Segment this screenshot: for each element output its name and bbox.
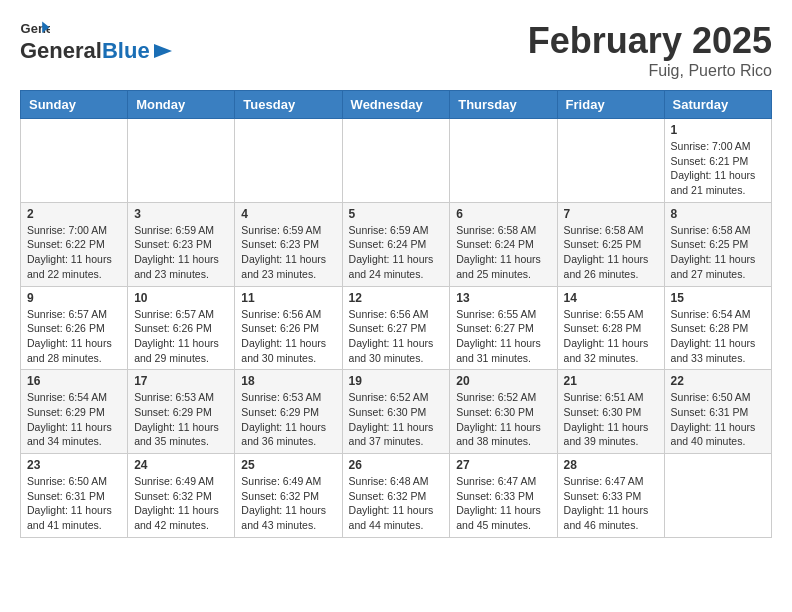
day-number: 25 — [241, 458, 335, 472]
calendar-day-cell: 5Sunrise: 6:59 AM Sunset: 6:24 PM Daylig… — [342, 202, 450, 286]
calendar-day-cell: 27Sunrise: 6:47 AM Sunset: 6:33 PM Dayli… — [450, 454, 557, 538]
day-number: 8 — [671, 207, 765, 221]
calendar-week-row: 16Sunrise: 6:54 AM Sunset: 6:29 PM Dayli… — [21, 370, 772, 454]
day-info: Sunrise: 6:55 AM Sunset: 6:27 PM Dayligh… — [456, 307, 550, 366]
day-number: 17 — [134, 374, 228, 388]
calendar-week-row: 1Sunrise: 7:00 AM Sunset: 6:21 PM Daylig… — [21, 119, 772, 203]
day-info: Sunrise: 6:47 AM Sunset: 6:33 PM Dayligh… — [456, 474, 550, 533]
day-info: Sunrise: 6:48 AM Sunset: 6:32 PM Dayligh… — [349, 474, 444, 533]
calendar-subtitle: Fuig, Puerto Rico — [528, 62, 772, 80]
day-info: Sunrise: 6:50 AM Sunset: 6:31 PM Dayligh… — [27, 474, 121, 533]
day-number: 20 — [456, 374, 550, 388]
calendar-day-cell: 7Sunrise: 6:58 AM Sunset: 6:25 PM Daylig… — [557, 202, 664, 286]
calendar-day-cell — [235, 119, 342, 203]
logo: General GeneralBlue — [20, 20, 174, 64]
day-info: Sunrise: 6:49 AM Sunset: 6:32 PM Dayligh… — [134, 474, 228, 533]
day-info: Sunrise: 6:54 AM Sunset: 6:28 PM Dayligh… — [671, 307, 765, 366]
calendar-day-cell: 22Sunrise: 6:50 AM Sunset: 6:31 PM Dayli… — [664, 370, 771, 454]
day-number: 23 — [27, 458, 121, 472]
day-info: Sunrise: 6:52 AM Sunset: 6:30 PM Dayligh… — [456, 390, 550, 449]
day-number: 4 — [241, 207, 335, 221]
calendar-day-cell: 15Sunrise: 6:54 AM Sunset: 6:28 PM Dayli… — [664, 286, 771, 370]
day-number: 6 — [456, 207, 550, 221]
day-info: Sunrise: 7:00 AM Sunset: 6:21 PM Dayligh… — [671, 139, 765, 198]
day-number: 16 — [27, 374, 121, 388]
day-number: 21 — [564, 374, 658, 388]
calendar-week-row: 9Sunrise: 6:57 AM Sunset: 6:26 PM Daylig… — [21, 286, 772, 370]
day-number: 14 — [564, 291, 658, 305]
calendar-day-cell: 23Sunrise: 6:50 AM Sunset: 6:31 PM Dayli… — [21, 454, 128, 538]
calendar-day-cell — [557, 119, 664, 203]
day-number: 3 — [134, 207, 228, 221]
calendar-week-row: 23Sunrise: 6:50 AM Sunset: 6:31 PM Dayli… — [21, 454, 772, 538]
calendar-header-row: Sunday Monday Tuesday Wednesday Thursday… — [21, 91, 772, 119]
col-tuesday: Tuesday — [235, 91, 342, 119]
day-info: Sunrise: 6:54 AM Sunset: 6:29 PM Dayligh… — [27, 390, 121, 449]
calendar-day-cell — [664, 454, 771, 538]
calendar-day-cell — [21, 119, 128, 203]
day-number: 2 — [27, 207, 121, 221]
calendar-day-cell: 14Sunrise: 6:55 AM Sunset: 6:28 PM Dayli… — [557, 286, 664, 370]
day-number: 27 — [456, 458, 550, 472]
day-number: 12 — [349, 291, 444, 305]
page-header: General GeneralBlue February 2025 Fuig, … — [20, 20, 772, 80]
calendar-day-cell: 21Sunrise: 6:51 AM Sunset: 6:30 PM Dayli… — [557, 370, 664, 454]
calendar-day-cell: 25Sunrise: 6:49 AM Sunset: 6:32 PM Dayli… — [235, 454, 342, 538]
col-friday: Friday — [557, 91, 664, 119]
calendar-day-cell: 20Sunrise: 6:52 AM Sunset: 6:30 PM Dayli… — [450, 370, 557, 454]
calendar-day-cell: 17Sunrise: 6:53 AM Sunset: 6:29 PM Dayli… — [128, 370, 235, 454]
day-info: Sunrise: 6:59 AM Sunset: 6:23 PM Dayligh… — [134, 223, 228, 282]
col-saturday: Saturday — [664, 91, 771, 119]
calendar-table: Sunday Monday Tuesday Wednesday Thursday… — [20, 90, 772, 538]
logo-arrow-icon — [152, 42, 174, 60]
calendar-day-cell: 18Sunrise: 6:53 AM Sunset: 6:29 PM Dayli… — [235, 370, 342, 454]
calendar-day-cell: 10Sunrise: 6:57 AM Sunset: 6:26 PM Dayli… — [128, 286, 235, 370]
day-number: 10 — [134, 291, 228, 305]
calendar-day-cell: 28Sunrise: 6:47 AM Sunset: 6:33 PM Dayli… — [557, 454, 664, 538]
calendar-day-cell: 13Sunrise: 6:55 AM Sunset: 6:27 PM Dayli… — [450, 286, 557, 370]
day-info: Sunrise: 6:53 AM Sunset: 6:29 PM Dayligh… — [134, 390, 228, 449]
calendar-day-cell — [128, 119, 235, 203]
calendar-day-cell: 6Sunrise: 6:58 AM Sunset: 6:24 PM Daylig… — [450, 202, 557, 286]
day-info: Sunrise: 6:51 AM Sunset: 6:30 PM Dayligh… — [564, 390, 658, 449]
col-monday: Monday — [128, 91, 235, 119]
day-info: Sunrise: 6:59 AM Sunset: 6:24 PM Dayligh… — [349, 223, 444, 282]
calendar-day-cell: 26Sunrise: 6:48 AM Sunset: 6:32 PM Dayli… — [342, 454, 450, 538]
calendar-day-cell: 8Sunrise: 6:58 AM Sunset: 6:25 PM Daylig… — [664, 202, 771, 286]
svg-marker-2 — [154, 44, 172, 58]
day-number: 18 — [241, 374, 335, 388]
col-wednesday: Wednesday — [342, 91, 450, 119]
calendar-day-cell — [342, 119, 450, 203]
calendar-day-cell: 16Sunrise: 6:54 AM Sunset: 6:29 PM Dayli… — [21, 370, 128, 454]
day-info: Sunrise: 6:58 AM Sunset: 6:24 PM Dayligh… — [456, 223, 550, 282]
day-number: 9 — [27, 291, 121, 305]
day-info: Sunrise: 6:52 AM Sunset: 6:30 PM Dayligh… — [349, 390, 444, 449]
day-number: 24 — [134, 458, 228, 472]
day-info: Sunrise: 7:00 AM Sunset: 6:22 PM Dayligh… — [27, 223, 121, 282]
day-number: 15 — [671, 291, 765, 305]
day-info: Sunrise: 6:55 AM Sunset: 6:28 PM Dayligh… — [564, 307, 658, 366]
calendar-week-row: 2Sunrise: 7:00 AM Sunset: 6:22 PM Daylig… — [21, 202, 772, 286]
calendar-day-cell — [450, 119, 557, 203]
day-number: 22 — [671, 374, 765, 388]
calendar-day-cell: 19Sunrise: 6:52 AM Sunset: 6:30 PM Dayli… — [342, 370, 450, 454]
calendar-day-cell: 1Sunrise: 7:00 AM Sunset: 6:21 PM Daylig… — [664, 119, 771, 203]
day-info: Sunrise: 6:56 AM Sunset: 6:27 PM Dayligh… — [349, 307, 444, 366]
day-info: Sunrise: 6:47 AM Sunset: 6:33 PM Dayligh… — [564, 474, 658, 533]
day-number: 19 — [349, 374, 444, 388]
calendar-day-cell: 11Sunrise: 6:56 AM Sunset: 6:26 PM Dayli… — [235, 286, 342, 370]
day-number: 26 — [349, 458, 444, 472]
day-info: Sunrise: 6:57 AM Sunset: 6:26 PM Dayligh… — [134, 307, 228, 366]
day-info: Sunrise: 6:59 AM Sunset: 6:23 PM Dayligh… — [241, 223, 335, 282]
col-sunday: Sunday — [21, 91, 128, 119]
calendar-day-cell: 24Sunrise: 6:49 AM Sunset: 6:32 PM Dayli… — [128, 454, 235, 538]
calendar-day-cell: 12Sunrise: 6:56 AM Sunset: 6:27 PM Dayli… — [342, 286, 450, 370]
calendar-day-cell: 2Sunrise: 7:00 AM Sunset: 6:22 PM Daylig… — [21, 202, 128, 286]
day-number: 28 — [564, 458, 658, 472]
day-info: Sunrise: 6:49 AM Sunset: 6:32 PM Dayligh… — [241, 474, 335, 533]
calendar-title-block: February 2025 Fuig, Puerto Rico — [528, 20, 772, 80]
logo-icon: General — [20, 20, 50, 38]
col-thursday: Thursday — [450, 91, 557, 119]
logo-blue: Blue — [102, 38, 150, 64]
day-info: Sunrise: 6:57 AM Sunset: 6:26 PM Dayligh… — [27, 307, 121, 366]
